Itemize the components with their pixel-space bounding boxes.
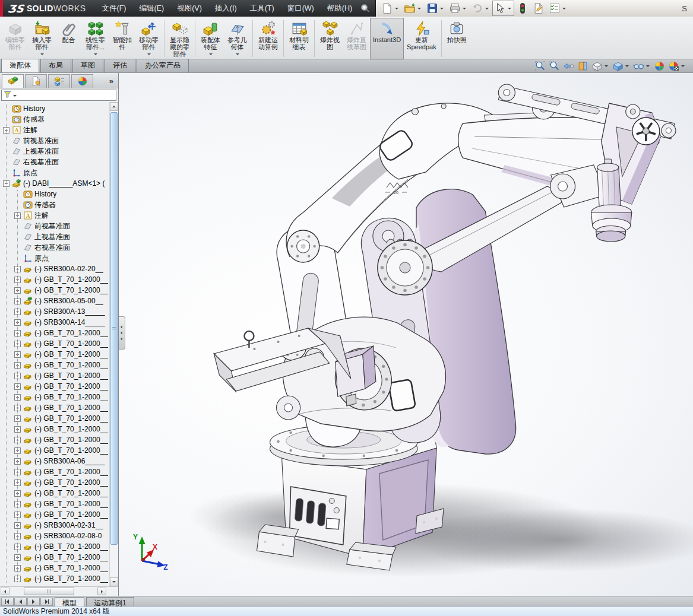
- dropdown-arrow-icon[interactable]: [646, 65, 650, 69]
- study-tab-motion-study-1[interactable]: 运动算例1: [86, 597, 134, 607]
- print-button[interactable]: [447, 1, 469, 16]
- tree-item-label: (-) GB_T_70_1-2000__: [34, 393, 108, 401]
- tree-item[interactable]: 右视基准面: [0, 157, 118, 167]
- study-nav-first-button[interactable]: [1, 598, 14, 606]
- ribbon-assembly-features-button[interactable]: 装配体特征: [197, 18, 224, 59]
- menu-item-insert[interactable]: 插入(I): [208, 0, 243, 17]
- ribbon-label-line: 装配体: [201, 36, 220, 43]
- save-button[interactable]: [425, 1, 447, 16]
- command-manager-ribbon: 编辑零部件插入零部件配合线性零部件...智能扣件移动零部件显示隐藏的零部件装配体…: [0, 17, 693, 60]
- command-tab-assembly[interactable]: 装配体: [1, 59, 39, 72]
- study-nav-previous-button[interactable]: [14, 598, 27, 606]
- menu-item-help[interactable]: 帮助(H): [321, 0, 359, 17]
- command-tab-sketch[interactable]: 草图: [72, 59, 103, 72]
- ribbon-mate-button[interactable]: 配合: [55, 18, 82, 59]
- select-button[interactable]: [492, 1, 514, 16]
- dropdown-arrow-icon[interactable]: [508, 8, 511, 11]
- dropdown-arrow-icon[interactable]: [40, 53, 44, 57]
- command-tab-evaluate[interactable]: 评估: [105, 59, 135, 72]
- ribbon-new-motion-study-button[interactable]: 新建运动算例: [255, 18, 281, 59]
- tree-item[interactable]: 前视基准面: [0, 135, 118, 146]
- panel-overflow-chevron[interactable]: »: [109, 77, 118, 88]
- panel-tab-propertymanager[interactable]: [25, 74, 47, 88]
- dropdown-arrow-icon[interactable]: [417, 8, 421, 11]
- tree-item[interactable]: +A注解: [0, 125, 118, 135]
- command-tab-office-products[interactable]: 办公室产品: [137, 59, 189, 72]
- dropdown-arrow-icon[interactable]: [94, 53, 97, 57]
- panel-tab-featuremanager[interactable]: [2, 74, 24, 88]
- view-orientation-button[interactable]: [590, 61, 610, 72]
- study-tab-model[interactable]: 模型: [55, 597, 84, 607]
- dropdown-arrow-icon[interactable]: [209, 53, 213, 57]
- dropdown-arrow-icon[interactable]: [236, 53, 239, 57]
- ribbon-smart-fasteners-button[interactable]: 智能扣件: [109, 18, 135, 59]
- dropdown-arrow-icon[interactable]: [440, 8, 444, 11]
- tree-item[interactable]: 上视基准面: [0, 146, 118, 157]
- horizontal-scroll-thumb[interactable]: [24, 588, 74, 595]
- filter-dropdown-icon[interactable]: [13, 95, 17, 99]
- apply-scene-button[interactable]: [667, 61, 687, 72]
- menu-item-file[interactable]: 文件(F): [96, 0, 133, 17]
- panel-tab-configurationmanager[interactable]: [48, 74, 70, 88]
- dropdown-arrow-icon[interactable]: [625, 65, 629, 69]
- tree-item[interactable]: 传感器: [0, 114, 118, 125]
- ribbon-reference-geometry-button[interactable]: 参考几何体: [224, 18, 251, 59]
- ribbon-update-speedpak-button[interactable]: 更新Speedpak: [404, 18, 439, 59]
- hide-show-items-button[interactable]: [632, 61, 652, 72]
- menu-item-edit[interactable]: 编辑(E): [133, 0, 171, 17]
- annotations-icon: A: [12, 125, 21, 135]
- graphics-viewport[interactable]: 20 Y X Z: [119, 73, 693, 596]
- scroll-right-button[interactable]: [97, 588, 106, 595]
- ribbon-label-line: Instant3D: [373, 36, 401, 43]
- ribbon-move-component-button[interactable]: 移动零部件: [135, 18, 162, 59]
- section-view-button[interactable]: [576, 61, 590, 72]
- zoom-to-fit-button[interactable]: [533, 61, 547, 72]
- display-style-button[interactable]: [611, 61, 631, 72]
- panel-tab-displaymanager[interactable]: [71, 74, 93, 88]
- part-icon: [23, 360, 33, 370]
- tree-vertical-scrollbar[interactable]: [109, 102, 118, 586]
- tree-item[interactable]: −(-) DABI______ASM<1> (: [0, 178, 118, 189]
- command-tab-layout[interactable]: 布局: [40, 59, 71, 72]
- search-icon[interactable]: [360, 3, 371, 14]
- scroll-left-button[interactable]: [1, 588, 10, 595]
- edit-appearance-button[interactable]: [653, 61, 666, 72]
- dropdown-arrow-icon[interactable]: [681, 65, 685, 69]
- tree-horizontal-scrollbar[interactable]: [0, 586, 118, 596]
- ribbon-instant3d-button[interactable]: Instant3D: [370, 18, 404, 59]
- new-document-button[interactable]: [379, 1, 401, 16]
- rebuild-button[interactable]: [515, 1, 530, 16]
- menu-item-window[interactable]: 窗口(W): [281, 0, 321, 17]
- scroll-up-button[interactable]: [110, 102, 118, 111]
- ribbon-take-snapshot-button[interactable]: 拍快照: [444, 18, 470, 59]
- ribbon-show-hidden-components-button[interactable]: 显示隐藏的零部件: [166, 18, 193, 59]
- part-icon: [23, 382, 33, 391]
- open-button[interactable]: [402, 1, 424, 16]
- previous-view-button[interactable]: [562, 61, 575, 72]
- dropdown-arrow-icon[interactable]: [395, 8, 398, 11]
- options-button[interactable]: [547, 1, 569, 16]
- ribbon-linear-pattern-button[interactable]: 线性零部件...: [82, 18, 109, 59]
- ribbon-bill-of-materials-button[interactable]: 材料明细表: [286, 18, 312, 59]
- tree-item-label: (-) GB_T_70_1-2000__: [34, 425, 108, 433]
- ribbon-insert-component-button[interactable]: 插入零部件: [29, 18, 55, 59]
- menu-item-view[interactable]: 视图(V): [170, 0, 208, 17]
- tree-item[interactable]: 原点: [0, 167, 118, 178]
- dropdown-arrow-icon[interactable]: [605, 65, 608, 69]
- scroll-down-button[interactable]: [110, 577, 118, 586]
- dropdown-arrow-icon[interactable]: [463, 8, 466, 11]
- dropdown-arrow-icon[interactable]: [485, 8, 489, 11]
- scroll-thumb[interactable]: [110, 112, 118, 545]
- tree-item-label: 注解: [23, 125, 37, 135]
- dropdown-arrow-icon[interactable]: [147, 53, 151, 57]
- ribbon-exploded-view-button[interactable]: 爆炸视图: [317, 18, 343, 59]
- filter-input[interactable]: [1, 90, 116, 101]
- file-properties-button[interactable]: [531, 1, 546, 16]
- study-nav-last-button[interactable]: [40, 598, 53, 606]
- study-nav-next-button[interactable]: [27, 598, 40, 606]
- menu-item-tools[interactable]: 工具(T): [243, 0, 281, 17]
- tree-item[interactable]: History: [0, 103, 118, 114]
- panel-splitter-handle[interactable]: [119, 316, 125, 350]
- zoom-to-area-button[interactable]: [548, 61, 561, 72]
- dropdown-arrow-icon[interactable]: [562, 8, 566, 11]
